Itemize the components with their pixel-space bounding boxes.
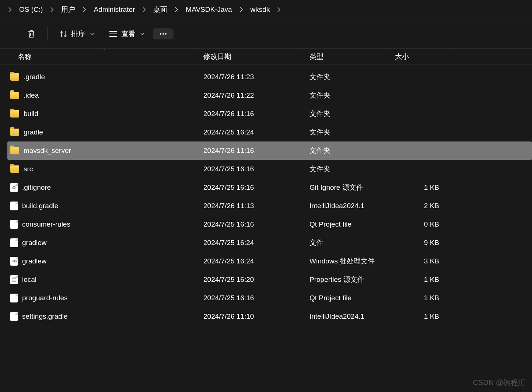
- folder-icon: [10, 147, 19, 154]
- file-name: gradle: [24, 128, 43, 136]
- svg-point-1: [162, 33, 164, 35]
- file-date: 2024/7/25 16:16: [203, 183, 254, 192]
- settings-file-icon: [10, 183, 18, 192]
- file-icon: [10, 220, 18, 229]
- file-name: gradlew: [22, 239, 47, 247]
- ellipsis-icon: [160, 33, 167, 35]
- column-name[interactable]: 名称: [7, 49, 195, 64]
- file-type: 文件夹: [309, 127, 330, 137]
- file-size: 2 KB: [424, 202, 439, 210]
- file-type: IntelliJIdea2024.1: [309, 312, 364, 321]
- file-row[interactable]: src2024/7/25 16:16文件夹: [7, 160, 532, 178]
- chevron-right-icon[interactable]: [273, 7, 285, 12]
- file-row[interactable]: consumer-rules2024/7/25 16:16Qt Project …: [7, 215, 532, 234]
- file-date: 2024/7/25 16:20: [203, 276, 254, 284]
- file-row[interactable]: .gradle2024/7/26 11:23文件夹: [7, 68, 532, 86]
- chevron-right-icon[interactable]: [4, 7, 16, 12]
- file-row[interactable]: .gitignore2024/7/25 16:16Git Ignore 源文件1…: [7, 178, 532, 197]
- sort-asc-icon: ︿: [102, 46, 106, 52]
- file-date: 2024/7/25 16:24: [203, 128, 254, 136]
- chevron-right-icon[interactable]: [235, 7, 248, 12]
- column-type[interactable]: 类型: [302, 49, 391, 64]
- folder-icon: [10, 165, 19, 173]
- batch-file-icon: [10, 257, 18, 266]
- view-button[interactable]: 查看: [103, 25, 150, 42]
- file-row[interactable]: .idea2024/7/26 11:22文件夹: [7, 86, 532, 105]
- file-type: 文件夹: [309, 91, 330, 100]
- file-date: 2024/7/26 11:10: [203, 312, 254, 321]
- delete-button[interactable]: [21, 26, 41, 42]
- file-date: 2024/7/26 11:22: [203, 91, 254, 99]
- file-icon: [10, 294, 18, 302]
- file-row[interactable]: proguard-rules2024/7/25 16:16Qt Project …: [7, 289, 532, 307]
- file-type: Windows 批处理文件: [309, 256, 375, 266]
- file-name: src: [24, 165, 33, 173]
- file-date: 2024/7/25 16:16: [203, 165, 254, 173]
- file-row[interactable]: mavsdk_server2024/7/26 11:16文件夹: [7, 141, 532, 160]
- file-size: 9 KB: [424, 239, 439, 247]
- file-row[interactable]: build2024/7/26 11:16文件夹: [7, 105, 532, 123]
- svg-point-0: [160, 33, 161, 35]
- trash-icon: [27, 29, 35, 38]
- file-name: .gitignore: [22, 183, 51, 192]
- file-icon: [10, 202, 18, 210]
- file-icon: [10, 312, 18, 321]
- breadcrumb-item[interactable]: wksdk: [248, 6, 273, 14]
- file-icon: [10, 238, 18, 247]
- toolbar: 排序 查看: [0, 19, 532, 49]
- breadcrumb-item[interactable]: MAVSDK-Java: [183, 6, 235, 14]
- folder-icon: [10, 92, 19, 99]
- file-name: mavsdk_server: [24, 147, 71, 155]
- file-list: .gradle2024/7/26 11:23文件夹.idea2024/7/26 …: [0, 65, 532, 326]
- chevron-right-icon[interactable]: [138, 7, 150, 12]
- file-row[interactable]: build.gradle2024/7/26 11:13IntelliJIdea2…: [7, 197, 532, 215]
- file-size: 3 KB: [424, 257, 439, 265]
- columns-header: ︿ 名称 修改日期 类型 大小: [0, 49, 532, 65]
- sort-label: 排序: [71, 29, 85, 39]
- file-row[interactable]: settings.gradle2024/7/26 11:10IntelliJId…: [7, 307, 532, 326]
- file-name: build: [24, 110, 38, 118]
- list-view-icon: [109, 30, 118, 38]
- file-name: .gradle: [24, 73, 45, 81]
- file-type: 文件夹: [309, 164, 330, 174]
- file-row[interactable]: gradle2024/7/25 16:24文件夹: [7, 123, 532, 141]
- column-size[interactable]: 大小: [391, 49, 450, 64]
- file-date: 2024/7/25 16:24: [203, 257, 254, 265]
- chevron-right-icon[interactable]: [46, 7, 58, 12]
- text-file-icon: [10, 275, 18, 284]
- file-type: 文件夹: [309, 72, 330, 82]
- file-type: Qt Project file: [309, 220, 351, 228]
- file-name: settings.gradle: [22, 312, 68, 321]
- file-type: Properties 源文件: [309, 275, 364, 284]
- file-date: 2024/7/25 16:24: [203, 239, 254, 247]
- file-row[interactable]: gradlew2024/7/25 16:24文件9 KB: [7, 234, 532, 252]
- view-label: 查看: [121, 29, 135, 39]
- column-date[interactable]: 修改日期: [195, 49, 302, 64]
- more-button[interactable]: [153, 28, 174, 39]
- file-type: 文件夹: [309, 109, 330, 119]
- breadcrumb-item[interactable]: 桌面: [150, 5, 170, 14]
- file-size: 1 KB: [424, 312, 439, 321]
- svg-point-2: [165, 33, 167, 35]
- breadcrumb-item[interactable]: Administrator: [91, 6, 138, 14]
- chevron-right-icon[interactable]: [170, 7, 183, 12]
- file-row[interactable]: local2024/7/25 16:20Properties 源文件1 KB: [7, 270, 532, 289]
- file-name: local: [22, 276, 36, 284]
- file-date: 2024/7/26 11:13: [203, 202, 254, 210]
- file-name: consumer-rules: [22, 220, 70, 228]
- file-name: proguard-rules: [22, 294, 68, 302]
- file-row[interactable]: gradlew2024/7/25 16:24Windows 批处理文件3 KB: [7, 252, 532, 270]
- file-date: 2024/7/26 11:16: [203, 147, 254, 155]
- chevron-down-icon: [140, 31, 144, 36]
- breadcrumb-item[interactable]: OS (C:): [16, 6, 46, 14]
- file-date: 2024/7/25 16:16: [203, 294, 254, 302]
- file-name: build.gradle: [22, 202, 58, 210]
- file-date: 2024/7/25 16:16: [203, 220, 254, 228]
- breadcrumb-item[interactable]: 用户: [58, 5, 78, 14]
- file-name: gradlew: [22, 257, 47, 265]
- chevron-right-icon[interactable]: [78, 7, 91, 12]
- file-type: 文件: [309, 238, 323, 248]
- chevron-down-icon: [90, 31, 94, 36]
- file-type: IntelliJIdea2024.1: [309, 202, 364, 210]
- sort-button[interactable]: 排序: [53, 25, 100, 42]
